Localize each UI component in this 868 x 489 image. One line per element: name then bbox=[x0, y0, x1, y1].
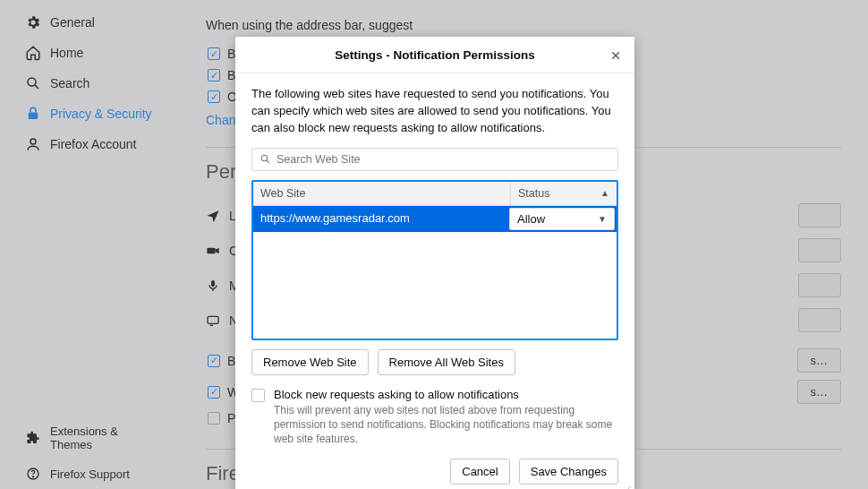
status-dropdown[interactable]: Allow ▼ bbox=[509, 208, 615, 230]
svg-line-12 bbox=[267, 160, 269, 163]
modal-description: The following web sites have requested t… bbox=[251, 86, 618, 137]
save-changes-button[interactable]: Save Changes bbox=[519, 459, 618, 485]
status-value: Allow bbox=[517, 212, 545, 226]
search-input[interactable] bbox=[277, 153, 610, 166]
modal-title: Settings - Notification Permissions bbox=[335, 48, 535, 62]
remove-all-button[interactable]: Remove All Web Sites bbox=[378, 349, 515, 375]
block-requests-label: Block new requests asking to allow notif… bbox=[274, 388, 618, 401]
th-status[interactable]: Status ▲ bbox=[511, 182, 617, 205]
remove-website-button[interactable]: Remove Web Site bbox=[251, 349, 369, 375]
cell-website: https://www.gamesradar.com bbox=[253, 206, 507, 232]
search-icon bbox=[260, 153, 271, 165]
table-body: https://www.gamesradar.com Allow ▼ bbox=[253, 206, 617, 339]
cancel-button[interactable]: Cancel bbox=[450, 459, 509, 485]
chevron-down-icon: ▼ bbox=[598, 214, 607, 224]
svg-point-11 bbox=[261, 155, 268, 161]
modal-header: Settings - Notification Permissions bbox=[235, 37, 634, 73]
th-website[interactable]: Web Site bbox=[253, 182, 511, 205]
sites-table: Web Site Status ▲ https://www.gamesradar… bbox=[251, 180, 618, 340]
th-status-label: Status bbox=[518, 187, 549, 200]
block-requests-checkbox[interactable] bbox=[251, 389, 265, 402]
search-field-wrap[interactable] bbox=[251, 148, 618, 171]
close-icon[interactable] bbox=[608, 47, 624, 64]
notification-permissions-modal: Settings - Notification Permissions The … bbox=[235, 37, 634, 489]
table-header: Web Site Status ▲ bbox=[253, 182, 617, 206]
sort-caret-icon: ▲ bbox=[600, 188, 609, 198]
resize-grip-icon[interactable] bbox=[620, 485, 633, 489]
block-requests-desc: This will prevent any web sites not list… bbox=[274, 403, 618, 447]
table-row[interactable]: https://www.gamesradar.com Allow ▼ bbox=[253, 206, 617, 232]
